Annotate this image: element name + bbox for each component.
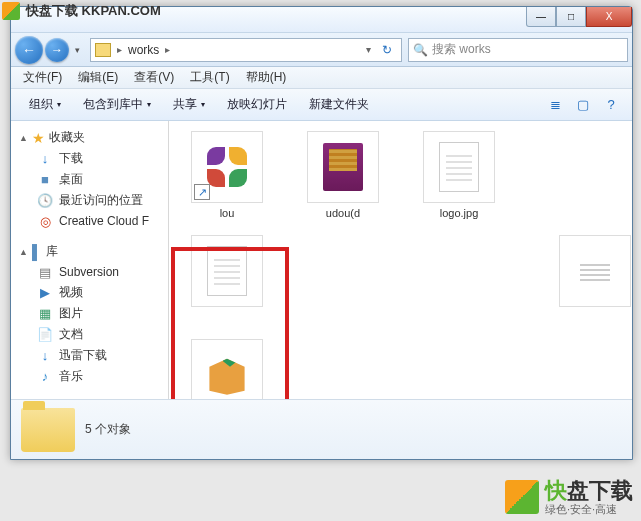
sidebar-item[interactable]: ▤Subversion — [11, 262, 168, 282]
page-icon — [439, 142, 479, 192]
file-item[interactable] — [181, 235, 273, 311]
menu-help[interactable]: 帮助(H) — [240, 67, 293, 88]
bottom-watermark: 快盘下载 绿色·安全·高速 — [505, 479, 633, 515]
item-label: 迅雷下载 — [59, 347, 107, 364]
item-label: 音乐 — [59, 368, 83, 385]
item-icon: 🕓 — [37, 193, 53, 209]
new-folder-button[interactable]: 新建文件夹 — [299, 92, 379, 117]
watermark-title: 快盘下载 — [545, 479, 633, 503]
search-input[interactable]: 🔍 搜索 works — [408, 38, 628, 62]
command-toolbar: 组织▾ 包含到库中▾ 共享▾ 放映幻灯片 新建文件夹 ≣ ▢ ? — [11, 89, 632, 121]
file-item[interactable] — [570, 235, 620, 311]
close-button[interactable]: X — [586, 7, 632, 27]
watermark-logo-icon — [2, 2, 20, 20]
status-bar: 5 个对象 — [11, 399, 632, 459]
watermark-text-group: 快盘下载 绿色·安全·高速 — [545, 479, 633, 515]
watermark-text: 快盘下载 KKPAN.COM — [26, 2, 161, 20]
body: ▲ ★ 收藏夹 ↓下载■桌面🕓最近访问的位置◎Creative Cloud F … — [11, 121, 632, 399]
sidebar-item[interactable]: 📄文档 — [11, 324, 168, 345]
folder-icon — [21, 408, 75, 452]
file-item[interactable]: udou(d — [297, 131, 389, 221]
favorites-label: 收藏夹 — [49, 129, 85, 146]
slideshow-button[interactable]: 放映幻灯片 — [217, 92, 297, 117]
navigation-pane: ▲ ★ 收藏夹 ↓下载■桌面🕓最近访问的位置◎Creative Cloud F … — [11, 121, 169, 399]
help-button[interactable]: ? — [598, 94, 624, 116]
item-icon: ↓ — [37, 348, 53, 364]
watermark-logo-icon — [505, 480, 539, 514]
address-bar[interactable]: ▸ works ▸ ▾ ↻ — [90, 38, 402, 62]
libraries-label: 库 — [46, 243, 58, 260]
shortcut-arrow-icon: ↗ — [194, 184, 210, 200]
item-icon: ■ — [37, 172, 53, 188]
chevron-down-icon: ▾ — [57, 100, 61, 109]
maximize-button[interactable]: □ — [556, 7, 586, 27]
explorer-window: — □ X ← → ▾ ▸ works ▸ ▾ ↻ 🔍 搜索 works 文件(… — [10, 6, 633, 460]
sidebar-item[interactable]: ↓迅雷下载 — [11, 345, 168, 366]
sidebar-item[interactable]: ◎Creative Cloud F — [11, 211, 168, 231]
organize-button[interactable]: 组织▾ — [19, 92, 71, 117]
file-item[interactable]: logo.jpg — [413, 131, 505, 221]
view-mode-button[interactable]: ≣ — [542, 94, 568, 116]
file-list-area[interactable]: ↗ lou udou(d logo.jpg QuartusSetup-15.0.… — [169, 121, 632, 399]
installer-icon — [205, 355, 249, 395]
top-watermark: 快盘下载 KKPAN.COM — [2, 2, 161, 20]
file-thumbnail — [191, 339, 263, 399]
sidebar-item[interactable]: ♪音乐 — [11, 366, 168, 387]
sidebar-item[interactable]: ↓下载 — [11, 148, 168, 169]
menu-view[interactable]: 查看(V) — [128, 67, 180, 88]
breadcrumb-sep-icon: ▸ — [165, 44, 170, 55]
item-icon: ↓ — [37, 151, 53, 167]
collapse-icon: ▲ — [19, 133, 28, 143]
minimize-button[interactable]: — — [526, 7, 556, 27]
item-label: 视频 — [59, 284, 83, 301]
archive-icon — [323, 143, 363, 191]
favorites-group: ▲ ★ 收藏夹 ↓下载■桌面🕓最近访问的位置◎Creative Cloud F — [11, 127, 168, 231]
file-thumbnail: ↗ — [191, 131, 263, 203]
file-thumbnail — [307, 131, 379, 203]
sidebar-item[interactable]: ▶视频 — [11, 282, 168, 303]
item-icon: ▤ — [37, 264, 53, 280]
favorites-header[interactable]: ▲ ★ 收藏夹 — [11, 127, 168, 148]
folder-icon — [95, 43, 111, 57]
preview-pane-button[interactable]: ▢ — [570, 94, 596, 116]
file-thumbnail — [559, 235, 631, 307]
item-icon: ◎ — [37, 213, 53, 229]
chevron-down-icon: ▾ — [147, 100, 151, 109]
include-library-button[interactable]: 包含到库中▾ — [73, 92, 161, 117]
menu-tools[interactable]: 工具(T) — [184, 67, 235, 88]
item-icon: ▶ — [37, 285, 53, 301]
share-button[interactable]: 共享▾ — [163, 92, 215, 117]
window-controls: — □ X — [526, 7, 632, 27]
file-item[interactable]: QuartusSetup-15.0.0.145-windows.exe — [181, 339, 273, 399]
libraries-group: ▲ ▌ 库 ▤Subversion▶视频▦图片📄文档↓迅雷下载♪音乐 — [11, 241, 168, 387]
item-icon: ▦ — [37, 306, 53, 322]
item-icon: 📄 — [37, 327, 53, 343]
file-name: lou — [220, 207, 235, 221]
menu-edit[interactable]: 编辑(E) — [72, 67, 124, 88]
library-icon: ▌ — [32, 244, 42, 260]
search-placeholder: 搜索 works — [432, 41, 491, 58]
star-icon: ★ — [32, 130, 45, 146]
item-label: 下载 — [59, 150, 83, 167]
sidebar-item[interactable]: ▦图片 — [11, 303, 168, 324]
search-icon: 🔍 — [413, 43, 428, 57]
forward-button[interactable]: → — [45, 38, 69, 62]
address-dropdown-icon[interactable]: ▾ — [366, 44, 371, 55]
item-label: Subversion — [59, 265, 119, 279]
back-button[interactable]: ← — [15, 36, 43, 64]
menu-file[interactable]: 文件(F) — [17, 67, 68, 88]
file-thumbnail — [423, 131, 495, 203]
nav-history-dropdown[interactable]: ▾ — [71, 45, 84, 55]
sidebar-item[interactable]: 🕓最近访问的位置 — [11, 190, 168, 211]
breadcrumb-folder[interactable]: works — [128, 43, 159, 57]
refresh-button[interactable]: ↻ — [377, 43, 397, 57]
chevron-down-icon: ▾ — [201, 100, 205, 109]
file-thumbnail — [191, 235, 263, 307]
libraries-header[interactable]: ▲ ▌ 库 — [11, 241, 168, 262]
file-item[interactable]: ↗ lou — [181, 131, 273, 221]
sidebar-item[interactable]: ■桌面 — [11, 169, 168, 190]
breadcrumb-sep-icon: ▸ — [117, 44, 122, 55]
page-icon — [207, 246, 247, 296]
collapse-icon: ▲ — [19, 247, 28, 257]
file-name: logo.jpg — [440, 207, 479, 221]
